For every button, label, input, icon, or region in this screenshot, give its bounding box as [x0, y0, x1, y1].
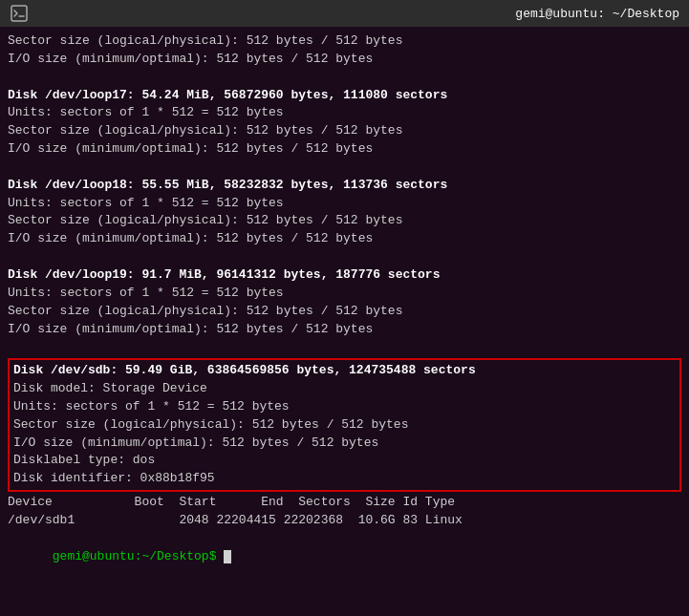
disk-loop19-header: Disk /dev/loop19: 91.7 MiB, 96141312 byt…: [8, 266, 681, 285]
svg-rect-0: [11, 6, 27, 21]
disk-loop18-units: Units: sectors of 1 * 512 = 512 bytes: [8, 195, 681, 213]
disk-loop17-header: Disk /dev/loop17: 54.24 MiB, 56872960 by…: [8, 87, 681, 105]
io-size-line1: I/O size (minimum/optimal): 512 bytes / …: [8, 51, 681, 69]
terminal-prompt[interactable]: gemi@ubuntu:~/Desktop$: [8, 530, 681, 584]
prompt-text: gemi@ubuntu:~/Desktop$: [53, 549, 224, 563]
disk-loop18-io-size: I/O size (minimum/optimal): 512 bytes / …: [8, 230, 681, 248]
terminal-window: gemi@ubuntu: ~/Desktop Sector size (logi…: [0, 0, 689, 616]
terminal-icon: [10, 4, 29, 23]
disk-sdb-io-size: I/O size (minimum/optimal): 512 bytes / …: [13, 435, 676, 453]
window-title: gemi@ubuntu: ~/Desktop: [515, 7, 679, 21]
disk-loop17-io-size: I/O size (minimum/optimal): 512 bytes / …: [8, 140, 681, 159]
disk-loop19-units: Units: sectors of 1 * 512 = 512 bytes: [8, 285, 681, 303]
empty-line1: [8, 69, 681, 87]
disk-loop18-sector-size: Sector size (logical/physical): 512 byte…: [8, 212, 681, 230]
disk-loop17-sector-size: Sector size (logical/physical): 512 byte…: [8, 122, 681, 140]
terminal-body[interactable]: Sector size (logical/physical): 512 byte…: [0, 27, 689, 616]
partition-table-row: /dev/sdb1 2048 22204415 22202368 10.6G 8…: [8, 512, 681, 530]
disk-sdb-sector-size: Sector size (logical/physical): 512 byte…: [13, 416, 676, 435]
disk-loop19-io-size: I/O size (minimum/optimal): 512 bytes / …: [8, 321, 681, 339]
disk-loop17-units: Units: sectors of 1 * 512 = 512 bytes: [8, 104, 681, 122]
disk-sdb-disklabel: Disklabel type: dos: [13, 452, 676, 470]
empty-line4: [8, 338, 681, 356]
sector-size-line1: Sector size (logical/physical): 512 byte…: [8, 32, 681, 51]
disk-sdb-model: Disk model: Storage Device: [13, 380, 676, 398]
empty-line2: [8, 159, 681, 177]
disk-loop18-header: Disk /dev/loop18: 55.55 MiB, 58232832 by…: [8, 177, 681, 195]
disk-sdb-units: Units: sectors of 1 * 512 = 512 bytes: [13, 398, 676, 416]
empty-line3: [8, 248, 681, 266]
cursor: [224, 550, 231, 563]
disk-sdb-block: Disk /dev/sdb: 59.49 GiB, 63864569856 by…: [8, 358, 681, 492]
disk-sdb-header: Disk /dev/sdb: 59.49 GiB, 63864569856 by…: [13, 362, 676, 380]
partition-table-header: Device Boot Start End Sectors Size Id Ty…: [8, 494, 681, 512]
title-bar: gemi@ubuntu: ~/Desktop: [0, 0, 689, 27]
disk-loop19-sector-size: Sector size (logical/physical): 512 byte…: [8, 303, 681, 321]
disk-sdb-identifier: Disk identifier: 0x88b18f95: [13, 470, 676, 488]
